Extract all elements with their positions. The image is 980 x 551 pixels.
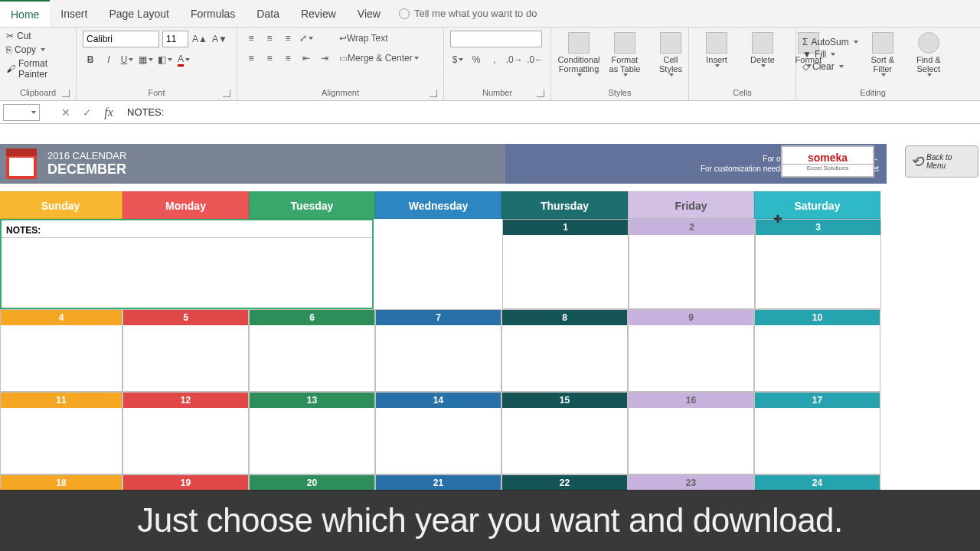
group-label-clipboard: Clipboard (6, 86, 70, 99)
decrease-font-button[interactable]: A▼ (211, 31, 228, 47)
calendar-cell[interactable]: 10 (754, 309, 880, 392)
tab-page-layout[interactable]: Page Layout (98, 0, 180, 27)
cursor-crosshair-icon: ✚ (773, 213, 782, 225)
tell-me-search[interactable]: Tell me what you want to do (399, 0, 537, 27)
calendar-cell[interactable]: 15 (501, 392, 628, 474)
video-subtitle: Just choose which year you want and down… (0, 490, 980, 551)
enter-formula-button[interactable]: ✓ (77, 106, 98, 119)
underline-button[interactable]: U (119, 52, 135, 67)
fill-button[interactable]: ▼ Fill (802, 49, 858, 60)
fx-icon[interactable]: fx (98, 106, 119, 119)
calendar-cell[interactable]: 12 (122, 392, 249, 474)
conditional-formatting-button[interactable]: Conditional Formatting (557, 31, 600, 78)
delete-icon (752, 32, 773, 54)
someka-logo[interactable]: someka Excel Solutions (781, 145, 874, 178)
accounting-button[interactable]: $ (450, 52, 466, 67)
tab-home[interactable]: Home (0, 0, 50, 27)
calendar-cell[interactable]: 20 (249, 474, 375, 491)
table-icon (614, 32, 635, 54)
day-header-sunday: Sunday (0, 191, 122, 219)
copy-button[interactable]: ⎘ Copy (6, 44, 70, 55)
calendar-cell[interactable]: 23 (628, 474, 754, 491)
align-right-button[interactable]: ≡ (280, 51, 296, 66)
formula-input[interactable] (119, 104, 980, 121)
tab-review[interactable]: Review (290, 0, 347, 27)
calendar-cell[interactable]: 18 (0, 474, 122, 491)
align-top-button[interactable]: ≡ (243, 31, 259, 46)
italic-button[interactable]: I (101, 52, 116, 67)
notes-cell[interactable]: NOTES: (0, 219, 374, 309)
calendar-cell[interactable]: 7 (375, 309, 501, 392)
calendar-cell[interactable]: 13 (249, 392, 375, 474)
insert-cells-button[interactable]: Insert (695, 31, 738, 69)
calendar-cell[interactable]: 17 (754, 392, 880, 474)
cut-button[interactable]: ✂ Cut (6, 31, 70, 41)
calendar-cell[interactable]: 4 (0, 309, 122, 392)
calendar-cell[interactable]: 6 (249, 309, 375, 392)
calendar-cell[interactable]: 8 (501, 309, 628, 392)
format-painter-button[interactable]: 🖌 Format Painter (6, 58, 70, 80)
calendar-cell[interactable]: 22 (501, 474, 628, 491)
calendar-cell[interactable]: 11 (0, 392, 122, 474)
tab-formulas[interactable]: Formulas (180, 0, 246, 27)
sort-filter-button[interactable]: Sort & Filter (861, 31, 904, 78)
group-label-font: Font (83, 86, 230, 99)
calendar-cell[interactable]: 3 (755, 219, 881, 309)
calendar-cell[interactable]: 5 (122, 309, 249, 392)
fill-color-button[interactable]: ◧ (157, 52, 173, 67)
calendar-cell[interactable]: 14 (375, 392, 501, 474)
name-box[interactable] (3, 104, 40, 121)
bold-button[interactable]: B (83, 52, 98, 67)
font-color-button[interactable]: A (176, 52, 191, 67)
formula-bar: ✕ ✓ fx (0, 101, 980, 124)
clear-button[interactable]: ◇ Clear (802, 61, 858, 72)
comma-button[interactable]: , (487, 52, 502, 67)
percent-button[interactable]: % (469, 52, 484, 67)
tab-data[interactable]: Data (246, 0, 290, 27)
align-middle-button[interactable]: ≡ (262, 31, 277, 46)
calendar-cell[interactable]: 9 (628, 309, 754, 392)
increase-font-button[interactable]: A▲ (191, 31, 208, 47)
orientation-button[interactable]: ⤢ (299, 31, 314, 46)
tab-view[interactable]: View (347, 0, 391, 27)
decrease-indent-button[interactable]: ⇤ (299, 51, 314, 66)
day-header-monday: Monday (122, 191, 249, 219)
group-label-styles: Styles (557, 86, 682, 99)
back-arrow-icon: ⟲ (910, 152, 923, 171)
autosum-button[interactable]: Σ AutoSum (802, 37, 858, 47)
sort-icon (872, 32, 893, 54)
calendar-cell[interactable]: 19 (122, 474, 249, 491)
calendar-cell[interactable]: 24 (754, 474, 880, 491)
align-bottom-button[interactable]: ≡ (280, 31, 296, 46)
ribbon-tabs: Home Insert Page Layout Formulas Data Re… (0, 0, 980, 28)
increase-indent-button[interactable]: ⇥ (317, 51, 332, 66)
notes-label: NOTES: (2, 220, 372, 237)
find-select-button[interactable]: Find & Select (907, 31, 950, 78)
calendar-cell[interactable]: 2 (629, 219, 755, 309)
calendar-cell[interactable]: 1 (502, 219, 629, 309)
align-left-button[interactable]: ≡ (243, 51, 259, 66)
calendar-cell[interactable]: 21 (375, 474, 501, 491)
day-header-friday: Friday (628, 191, 754, 219)
align-center-button[interactable]: ≡ (262, 51, 277, 66)
cancel-formula-button[interactable]: ✕ (55, 106, 77, 119)
wrap-text-button[interactable]: ↩ Wrap Text (335, 31, 392, 46)
calendar-icon (6, 148, 37, 179)
number-format-select[interactable] (450, 31, 542, 47)
calendar-month: DECEMBER (47, 161, 126, 178)
group-label-number: Number (450, 86, 544, 99)
format-as-table-button[interactable]: Format as Table (603, 31, 646, 78)
delete-cells-button[interactable]: Delete (741, 31, 784, 69)
merge-center-button[interactable]: ▭ Merge & Center (335, 51, 423, 66)
decrease-decimal-button[interactable]: .0← (527, 52, 545, 67)
font-name-select[interactable] (83, 31, 159, 47)
calendar-cell[interactable]: 16 (628, 392, 754, 474)
font-size-select[interactable] (162, 31, 188, 47)
cell-styles-button[interactable]: Cell Styles (649, 31, 692, 78)
tab-insert[interactable]: Insert (50, 0, 98, 27)
borders-button[interactable]: ▦ (138, 52, 154, 67)
back-to-menu-button[interactable]: ⟲ Back to Menu (905, 145, 978, 178)
insert-icon (706, 32, 727, 54)
increase-decimal-button[interactable]: .0→ (505, 52, 524, 67)
calendar-title: 2016 CALENDAR (47, 150, 126, 161)
